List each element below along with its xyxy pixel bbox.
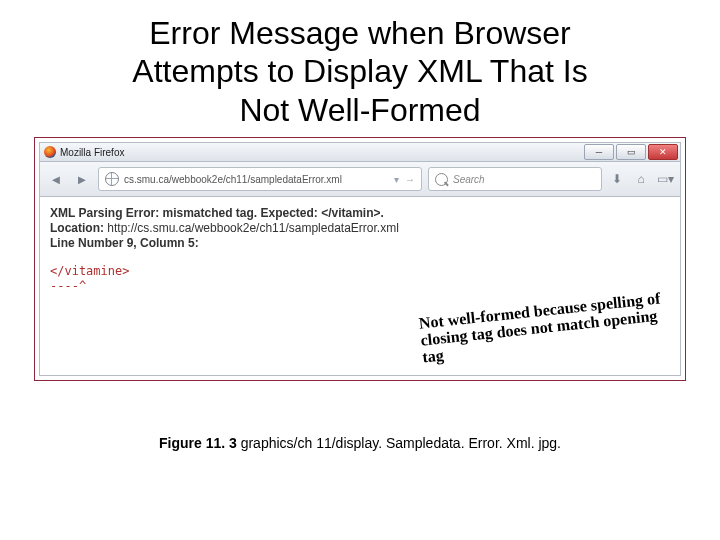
url-text: cs.smu.ca/webbook2e/ch11/sampledataError… bbox=[124, 174, 342, 185]
location-label: Location: bbox=[50, 221, 104, 235]
downloads-icon[interactable]: ⬇ bbox=[608, 170, 626, 188]
window-controls: ─ ▭ ✕ bbox=[584, 144, 680, 160]
navigation-toolbar: ◄ ► cs.smu.ca/webbook2e/ch11/sampledataE… bbox=[39, 161, 681, 197]
search-placeholder: Search bbox=[453, 174, 485, 185]
globe-icon bbox=[105, 172, 119, 186]
minimize-button[interactable]: ─ bbox=[584, 144, 614, 160]
page-content: XML Parsing Error: mismatched tag. Expec… bbox=[39, 197, 681, 376]
dropdown-icon[interactable]: ▾ bbox=[394, 174, 399, 185]
firefox-icon bbox=[44, 146, 56, 158]
search-box[interactable]: Search bbox=[428, 167, 602, 191]
error-heading: XML Parsing Error: mismatched tag. Expec… bbox=[50, 206, 384, 220]
figure-caption: Figure 11. 3 graphics/ch 11/display. Sam… bbox=[0, 435, 720, 451]
slide-title: Error Message when Browser Attempts to D… bbox=[40, 14, 680, 129]
bookmarks-icon[interactable]: ▭▾ bbox=[656, 170, 674, 188]
back-button[interactable]: ◄ bbox=[46, 169, 66, 189]
url-bar[interactable]: cs.smu.ca/webbook2e/ch11/sampledataError… bbox=[98, 167, 422, 191]
line-number-label: Line Number 9, Column 5: bbox=[50, 236, 199, 250]
error-snippet: </vitamine> ----^ bbox=[50, 264, 670, 293]
close-button[interactable]: ✕ bbox=[648, 144, 678, 160]
home-icon[interactable]: ⌂ bbox=[632, 170, 650, 188]
maximize-button[interactable]: ▭ bbox=[616, 144, 646, 160]
forward-button[interactable]: ► bbox=[72, 169, 92, 189]
window-titlebar: Mozilla Firefox ─ ▭ ✕ bbox=[39, 142, 681, 161]
location-value: http://cs.smu.ca/webbook2e/ch11/sampleda… bbox=[107, 221, 398, 235]
search-icon bbox=[435, 173, 448, 186]
window-title-text: Mozilla Firefox bbox=[60, 147, 124, 158]
go-arrow-icon[interactable]: → bbox=[405, 174, 415, 185]
